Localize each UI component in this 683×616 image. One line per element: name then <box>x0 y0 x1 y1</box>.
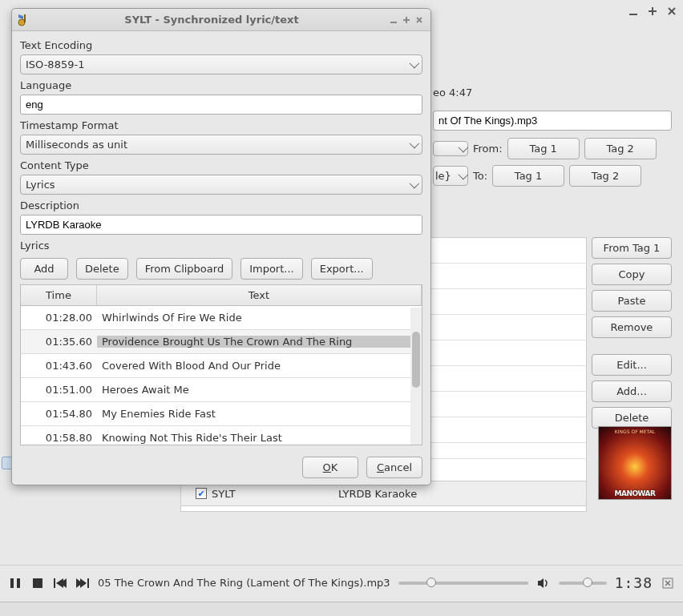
side-buttons: From Tag 1 Copy Paste Remove Edit... Add… <box>592 237 672 429</box>
format-from-row: From: Tag 1 Tag 2 <box>433 138 672 159</box>
timestamp-value: Milliseconds as unit <box>26 139 127 151</box>
scroll-thumb[interactable] <box>412 332 420 388</box>
lyric-text: Covered With Blood And Our Pride <box>97 360 422 372</box>
format-from-combo[interactable] <box>433 141 468 156</box>
lyric-text: Providence Brought Us The Crown And The … <box>97 336 422 348</box>
time-display: 1:38 <box>615 574 653 591</box>
encoding-combo[interactable]: ISO-8859-1 <box>20 54 422 74</box>
to-tag1-button[interactable]: Tag 1 <box>492 165 564 187</box>
volume-slider[interactable] <box>559 582 607 585</box>
prev-track-icon[interactable] <box>53 576 67 590</box>
filename-field-wrap <box>433 111 672 131</box>
col-text-header[interactable]: Text <box>97 285 422 305</box>
dialog-minimize-icon[interactable] <box>387 14 400 26</box>
lyric-time: 01:35.60 <box>21 336 97 348</box>
encoding-value: ISO-8859-1 <box>26 58 84 70</box>
next-track-icon[interactable] <box>75 576 90 590</box>
track-info-label: eo 4:47 <box>433 87 472 99</box>
lyric-row[interactable]: 01:43.60Covered With Blood And Our Pride <box>21 354 422 378</box>
lyric-text: Heroes Await Me <box>97 384 422 396</box>
language-input[interactable] <box>20 95 422 115</box>
sylt-dialog: SYLT - Synchronized lyric/text Text Enco… <box>11 8 431 485</box>
lyric-row[interactable]: 01:51.00Heroes Await Me <box>21 378 422 402</box>
copy-button[interactable]: Copy <box>592 264 672 285</box>
lyrics-scrollbar[interactable] <box>410 308 422 445</box>
svg-point-18 <box>18 19 25 26</box>
lyrics-header: Time Text <box>21 285 422 306</box>
to-tag2-button[interactable]: Tag 2 <box>569 165 641 187</box>
lyrics-table: Time Text 01:28.00Whirlwinds Of Fire We … <box>20 284 422 445</box>
dialog-close-icon[interactable] <box>413 14 426 26</box>
lyric-row[interactable]: 01:35.60Providence Brought Us The Crown … <box>21 330 422 354</box>
filename-input[interactable] <box>433 111 672 131</box>
edit-button[interactable]: Edit... <box>592 354 672 376</box>
svg-rect-6 <box>17 578 20 588</box>
content-type-combo[interactable]: Lyrics <box>20 175 422 195</box>
lyric-time: 01:28.00 <box>21 312 97 324</box>
now-playing-label: 05 The Crown And The Ring (Lament Of The… <box>98 577 390 589</box>
lyric-row[interactable]: 01:28.00Whirlwinds Of Fire We Ride <box>21 306 422 330</box>
volume-icon[interactable] <box>536 576 551 590</box>
lyric-row[interactable]: 01:58.80Knowing Not This Ride's Their La… <box>21 426 422 445</box>
album-top-text: KINGS OF METAL <box>599 429 671 434</box>
format-to-combo[interactable]: le} <box>433 166 468 186</box>
stop-icon[interactable] <box>30 576 45 590</box>
minimize-icon[interactable] <box>627 5 640 18</box>
album-art[interactable]: KINGS OF METAL MANOWAR <box>598 426 672 500</box>
album-logo-text: MANOWAR <box>599 489 671 497</box>
description-input[interactable] <box>20 215 422 235</box>
from-tag2-button[interactable]: Tag 2 <box>584 138 657 159</box>
svg-marker-20 <box>18 14 23 19</box>
dialog-footer: OK Cancel <box>12 450 430 485</box>
lyric-text: My Enemies Ride Fast <box>97 408 422 420</box>
content-type-label: Content Type <box>20 156 422 175</box>
seek-slider[interactable] <box>398 582 528 585</box>
sylt-checkbox-cell: ✔ SYLT <box>181 488 333 500</box>
lyrics-rows: 01:28.00Whirlwinds Of Fire We Ride01:35.… <box>21 306 422 445</box>
paste-button[interactable]: Paste <box>592 290 672 312</box>
svg-rect-13 <box>87 578 89 588</box>
from-clipboard-button[interactable]: From Clipboard <box>136 258 232 280</box>
lyric-time: 01:43.60 <box>21 360 97 372</box>
dialog-maximize-icon[interactable] <box>400 14 413 26</box>
delete-side-button[interactable]: Delete <box>592 407 672 429</box>
svg-rect-8 <box>54 578 55 588</box>
lyrics-label: Lyrics <box>20 236 422 255</box>
dialog-title: SYLT - Synchronized lyric/text <box>36 14 387 26</box>
ok-button[interactable]: OK <box>302 457 358 478</box>
lyrics-button-row: Add Delete From Clipboard Import... Expo… <box>20 258 422 280</box>
format-to-value: le} <box>435 170 451 182</box>
language-label: Language <box>20 76 422 95</box>
from-tag1-side-button[interactable]: From Tag 1 <box>592 237 672 259</box>
add-side-button[interactable]: Add... <box>592 380 672 402</box>
export-button[interactable]: Export... <box>311 258 373 280</box>
lyric-time: 01:58.80 <box>21 432 97 444</box>
delete-lyric-button[interactable]: Delete <box>76 258 128 280</box>
maximize-icon[interactable] <box>646 5 659 18</box>
close-icon[interactable] <box>665 5 678 18</box>
svg-marker-12 <box>80 578 87 588</box>
import-button[interactable]: Import... <box>240 258 303 280</box>
sylt-desc-cell: LYRDB Karaoke <box>333 488 586 500</box>
lyric-text: Knowing Not This Ride's Their Last <box>97 432 422 444</box>
from-tag1-button[interactable]: Tag 1 <box>507 138 580 159</box>
close-player-icon[interactable] <box>661 576 675 590</box>
spacer <box>592 343 672 349</box>
timestamp-combo[interactable]: Milliseconds as unit <box>20 135 422 155</box>
svg-rect-19 <box>24 14 26 22</box>
format-to-row: le} To: Tag 1 Tag 2 <box>433 165 672 187</box>
col-time-header[interactable]: Time <box>21 285 97 305</box>
sylt-checkbox[interactable]: ✔ <box>196 488 207 499</box>
lyric-row[interactable]: 01:54.80My Enemies Ride Fast <box>21 402 422 426</box>
pause-icon[interactable] <box>8 576 22 590</box>
sylt-name-label: SYLT <box>212 488 236 500</box>
lyric-time: 01:51.00 <box>21 384 97 396</box>
remove-button[interactable]: Remove <box>592 316 672 338</box>
content-type-value: Lyrics <box>26 179 55 191</box>
player-bar: 05 The Crown And The Ring (Lament Of The… <box>0 565 683 600</box>
dialog-app-icon <box>17 13 31 27</box>
add-lyric-button[interactable]: Add <box>20 258 68 280</box>
dialog-body: Text Encoding ISO-8859-1 Language Timest… <box>12 31 430 450</box>
dialog-titlebar[interactable]: SYLT - Synchronized lyric/text <box>12 9 430 31</box>
cancel-button[interactable]: Cancel <box>366 457 422 478</box>
